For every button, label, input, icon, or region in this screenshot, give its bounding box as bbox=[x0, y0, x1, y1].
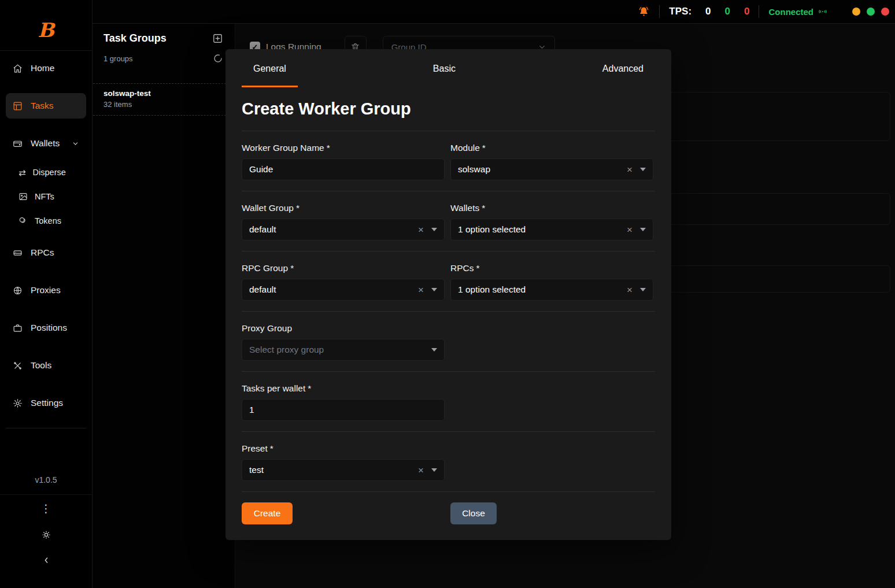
gear-icon bbox=[13, 398, 23, 408]
sidebar-item-settings[interactable]: Settings bbox=[6, 390, 86, 416]
sidebar-item-wallets[interactable]: Wallets bbox=[6, 131, 86, 156]
status-dot-error bbox=[881, 8, 889, 16]
sidebar: B Home Tasks Wallets bbox=[0, 0, 93, 588]
clear-icon[interactable]: × bbox=[627, 285, 633, 295]
task-group-list-item[interactable]: solswap-test 32 items bbox=[93, 83, 235, 116]
select-value: 1 option selected bbox=[458, 284, 627, 295]
theme-sun-icon[interactable] bbox=[41, 530, 51, 540]
sidebar-item-nfts[interactable]: NFTs bbox=[6, 187, 86, 206]
app-logo[interactable]: B bbox=[0, 0, 92, 51]
select-value: 1 option selected bbox=[458, 224, 627, 235]
logo-letter: B bbox=[38, 20, 54, 40]
chevron-down-icon[interactable] bbox=[431, 348, 437, 352]
chevron-down-icon[interactable] bbox=[640, 228, 646, 231]
clear-icon[interactable]: × bbox=[627, 165, 633, 175]
sidebar-item-tasks[interactable]: Tasks bbox=[6, 93, 86, 119]
field-label: RPC Group* bbox=[242, 263, 445, 273]
field-proxy-group: Proxy Group Select proxy group bbox=[242, 312, 445, 361]
sidebar-footer: ⋮ bbox=[0, 494, 92, 588]
notification-bell-icon[interactable] bbox=[638, 6, 650, 18]
sidebar-divider bbox=[6, 428, 86, 428]
clear-icon[interactable]: × bbox=[418, 465, 424, 475]
select-value: default bbox=[249, 284, 418, 295]
wallets-select[interactable]: 1 option selected × bbox=[450, 219, 653, 241]
sidebar-item-home[interactable]: Home bbox=[6, 56, 86, 81]
sidebar-item-tools[interactable]: Tools bbox=[6, 353, 86, 378]
field-rpc-group: RPC Group* default × bbox=[242, 252, 445, 301]
select-value: solswap bbox=[458, 164, 627, 175]
field-wallet-group: Wallet Group* default × bbox=[242, 191, 445, 241]
field-module: Module* solswap × bbox=[450, 131, 653, 180]
refresh-icon[interactable] bbox=[212, 52, 224, 65]
add-task-group-button[interactable] bbox=[211, 32, 224, 45]
field-label: Wallets* bbox=[450, 203, 653, 213]
globe-icon bbox=[13, 286, 23, 295]
tab-general[interactable]: General bbox=[242, 49, 298, 87]
tps-fail: 0 bbox=[744, 6, 749, 17]
select-value: default bbox=[249, 224, 418, 235]
app-window: TPS: 0 0 0 Connected B bbox=[0, 0, 895, 588]
disperse-icon: ⇄ bbox=[19, 168, 26, 177]
clear-icon[interactable]: × bbox=[627, 225, 633, 235]
proxy-group-select[interactable]: Select proxy group bbox=[242, 339, 445, 361]
field-label: Wallet Group* bbox=[242, 203, 445, 213]
field-worker-group-name: Worker Group Name* bbox=[242, 131, 445, 180]
sidebar-item-label: Home bbox=[31, 63, 54, 73]
sidebar-item-disperse[interactable]: ⇄ Disperse bbox=[6, 162, 86, 182]
sidebar-item-label: Tools bbox=[31, 360, 51, 371]
wallets-submenu: ⇄ Disperse NFTs Tokens bbox=[6, 162, 86, 231]
status-dot-warning bbox=[852, 8, 860, 16]
tps-total: 0 bbox=[705, 6, 711, 17]
field-rpcs: RPCs* 1 option selected × bbox=[450, 252, 653, 301]
sidebar-item-tokens[interactable]: Tokens bbox=[6, 211, 86, 231]
collapse-sidebar-icon[interactable] bbox=[42, 556, 51, 565]
clear-icon[interactable]: × bbox=[418, 285, 424, 295]
field-label: Module* bbox=[450, 143, 653, 153]
tasks-per-wallet-input[interactable] bbox=[242, 399, 445, 421]
sidebar-item-label: Tasks bbox=[31, 101, 54, 111]
chevron-down-icon[interactable] bbox=[431, 288, 437, 291]
sidebar-item-label: Positions bbox=[31, 323, 67, 333]
tools-icon bbox=[13, 361, 23, 371]
divider bbox=[242, 491, 655, 492]
tab-advanced[interactable]: Advanced bbox=[591, 49, 655, 87]
module-select[interactable]: solswap × bbox=[450, 158, 653, 180]
field-label: Tasks per wallet* bbox=[242, 383, 445, 394]
rpc-group-select[interactable]: default × bbox=[242, 279, 445, 301]
sidebar-item-rpcs[interactable]: RPCs bbox=[6, 240, 86, 265]
preset-select[interactable]: test × bbox=[242, 459, 445, 481]
close-button[interactable]: Close bbox=[450, 502, 497, 524]
tps-stats: TPS: 0 0 0 bbox=[669, 6, 749, 17]
rpcs-select[interactable]: 1 option selected × bbox=[450, 279, 653, 301]
sidebar-item-label: RPCs bbox=[31, 247, 54, 258]
chevron-down-icon[interactable] bbox=[431, 228, 437, 231]
sidebar-item-positions[interactable]: Positions bbox=[6, 315, 86, 341]
task-groups-count: 1 groups bbox=[103, 54, 133, 63]
sidebar-item-label: Tokens bbox=[35, 216, 61, 225]
connection-status: Connected bbox=[768, 6, 828, 17]
field-label: Worker Group Name* bbox=[242, 143, 445, 153]
chevron-down-icon[interactable] bbox=[640, 168, 646, 171]
topbar: TPS: 0 0 0 Connected bbox=[93, 0, 895, 24]
sidebar-item-label: Wallets bbox=[31, 138, 60, 149]
tps-label: TPS: bbox=[669, 6, 691, 17]
tasks-icon bbox=[13, 101, 23, 111]
worker-group-name-input[interactable] bbox=[242, 158, 445, 180]
chevron-down-icon[interactable] bbox=[431, 468, 437, 472]
create-button[interactable]: Create bbox=[242, 502, 293, 524]
status-dot-success bbox=[867, 8, 875, 16]
sidebar-item-label: Disperse bbox=[33, 168, 66, 177]
topbar-divider bbox=[659, 5, 660, 18]
sidebar-item-proxies[interactable]: Proxies bbox=[6, 278, 86, 303]
task-groups-title: Task Groups bbox=[103, 32, 167, 45]
wallet-group-select[interactable]: default × bbox=[242, 219, 445, 241]
more-options-icon[interactable]: ⋮ bbox=[40, 503, 51, 514]
field-label: Proxy Group bbox=[242, 323, 445, 334]
sidebar-nav: Home Tasks Wallets ⇄ Dispe bbox=[0, 51, 92, 416]
clear-icon[interactable]: × bbox=[418, 225, 424, 235]
tps-success: 0 bbox=[725, 6, 730, 17]
select-value: test bbox=[249, 465, 418, 475]
signal-icon bbox=[818, 6, 828, 17]
tab-basic[interactable]: Basic bbox=[421, 49, 467, 87]
chevron-down-icon[interactable] bbox=[640, 288, 646, 291]
